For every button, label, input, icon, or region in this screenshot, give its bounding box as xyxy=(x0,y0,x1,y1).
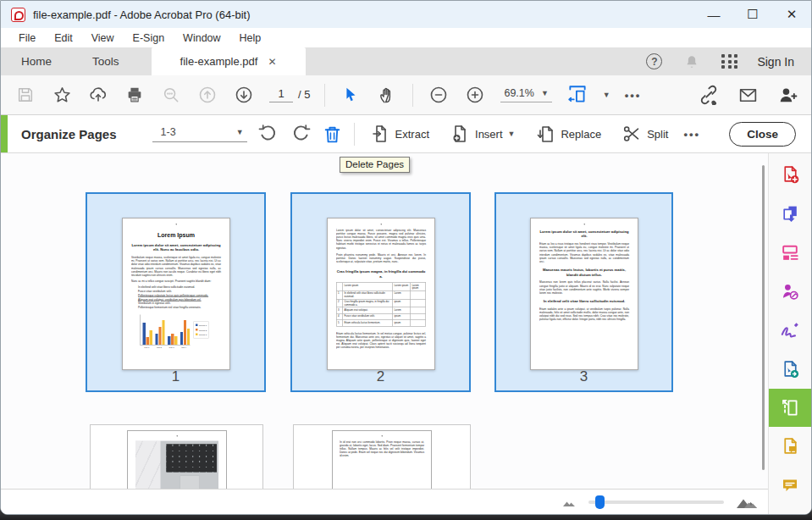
page-number-label: 3 xyxy=(496,368,671,385)
more-tools-chevron-icon[interactable]: ⌄ xyxy=(769,505,812,514)
rotate-left-icon[interactable] xyxy=(257,123,279,145)
minimize-button[interactable]: — xyxy=(694,1,733,28)
previous-page-icon[interactable] xyxy=(196,84,218,106)
split-label: Split xyxy=(647,128,668,141)
cloud-upload-icon[interactable] xyxy=(87,84,109,106)
send-for-comments-icon[interactable] xyxy=(769,427,812,466)
select-tool-icon[interactable] xyxy=(340,84,362,106)
tab-close-icon[interactable]: ✕ xyxy=(268,56,276,68)
create-pdf-icon[interactable] xyxy=(769,155,812,194)
save-icon[interactable] xyxy=(14,84,36,106)
large-thumbnails-icon[interactable] xyxy=(736,495,758,510)
page-thumbnail-2[interactable]: Lorem ipsum dolor sit amet, consectetuer… xyxy=(290,192,471,392)
screenshot-frame: file-example.pdf - Adobe Acrobat Pro (64… xyxy=(0,0,812,520)
print-icon[interactable] xyxy=(124,84,146,106)
tab-home[interactable]: Home xyxy=(1,47,72,75)
edit-pdf-icon[interactable] xyxy=(769,233,812,272)
vertical-scrollbar[interactable] xyxy=(762,165,765,470)
insert-button[interactable]: Insert ▼ xyxy=(445,124,520,144)
page-text: Maecenas mauris lectus, lobortis et puru… xyxy=(539,268,629,277)
combine-files-icon[interactable] xyxy=(769,194,812,233)
maximize-button[interactable]: ☐ xyxy=(733,1,772,28)
organize-title: Organize Pages xyxy=(21,127,117,141)
slider-handle[interactable] xyxy=(595,495,605,509)
zoom-in-icon[interactable] xyxy=(464,84,486,106)
email-icon[interactable] xyxy=(737,84,759,106)
close-window-button[interactable]: ✕ xyxy=(772,1,811,28)
toolbar-more-icon[interactable]: ••• xyxy=(625,89,642,102)
window-controls: — ☐ ✕ xyxy=(694,1,811,28)
page-text: In id erat non orci commodo lobortis. Pr… xyxy=(340,440,424,458)
titlebar: file-example.pdf - Adobe Acrobat Pro (64… xyxy=(1,1,811,28)
menu-bar: File Edit View E-Sign Window Help xyxy=(1,28,811,47)
organize-more-icon[interactable]: ••• xyxy=(683,128,700,141)
next-page-icon[interactable] xyxy=(233,84,255,106)
page-text: Etiam ac leo a risus tristique nec hendr… xyxy=(539,242,629,263)
menu-edit[interactable]: Edit xyxy=(45,32,82,44)
toolbar-right-group xyxy=(698,84,798,106)
chevron-down-icon[interactable]: ▼ xyxy=(603,91,610,99)
share-link-icon[interactable] xyxy=(698,84,720,106)
page-2-table: Lorem ipsumLorem ipsumLorem ipsum1In ele… xyxy=(336,282,426,326)
export-pdf-icon[interactable] xyxy=(769,350,812,389)
laptop-photo xyxy=(135,441,218,495)
close-organize-button[interactable]: Close xyxy=(729,122,796,147)
page-total-label: / 5 xyxy=(298,88,310,102)
tab-document[interactable]: file-example.pdf ✕ xyxy=(152,47,306,75)
page-text: Nunc ac mi a tellus congue suscipit. Pra… xyxy=(131,279,221,282)
insert-label: Insert xyxy=(475,128,503,141)
menu-view[interactable]: View xyxy=(82,32,124,44)
chevron-down-icon: ▼ xyxy=(236,128,244,136)
thumbnail-size-controls xyxy=(561,495,758,510)
tab-tools[interactable]: Tools xyxy=(72,47,140,75)
notifications-bell-icon[interactable] xyxy=(681,51,703,73)
help-icon[interactable]: ? xyxy=(646,53,662,69)
search-icon[interactable] xyxy=(160,84,182,106)
zoom-out-icon[interactable] xyxy=(428,84,450,106)
page-number-field: 1 / 5 xyxy=(269,87,310,102)
menu-help[interactable]: Help xyxy=(230,32,271,44)
sign-in-button[interactable]: Sign In xyxy=(757,55,794,69)
thumbnail-size-bar xyxy=(1,489,768,514)
page-number-label: 2 xyxy=(292,368,469,385)
small-thumbnails-icon[interactable] xyxy=(561,496,577,508)
organize-pages-icon[interactable] xyxy=(769,389,812,427)
tabbar-right: ? Sign In xyxy=(646,47,811,75)
replace-label: Replace xyxy=(561,128,601,141)
menu-esign[interactable]: E-Sign xyxy=(124,32,174,44)
replace-button[interactable]: Replace xyxy=(530,124,606,144)
menu-file[interactable]: File xyxy=(9,32,45,44)
hand-tool-icon[interactable] xyxy=(376,84,398,106)
page-number-input[interactable]: 1 xyxy=(269,87,293,102)
page-text: Lorem Ipsum xyxy=(131,232,221,239)
page-text: Lorem ipsum dolor sit amet, consectetuer… xyxy=(131,243,221,252)
rotate-right-icon[interactable] xyxy=(290,123,312,145)
share-with-people-icon[interactable] xyxy=(776,84,798,106)
fit-width-icon[interactable] xyxy=(566,84,588,106)
star-icon[interactable] xyxy=(51,84,73,106)
delete-pages-icon[interactable] xyxy=(322,123,344,145)
page-range-field[interactable]: 1-3 ▼ xyxy=(152,126,247,142)
fill-and-sign-icon[interactable] xyxy=(769,311,812,350)
thumbnail-grid: Delete Pages Lorem Ipsum Lorem ipsum dol… xyxy=(1,153,811,514)
request-e-signatures-icon[interactable] xyxy=(769,272,812,311)
tab-bar: Home Tools file-example.pdf ✕ ? Sign In xyxy=(1,47,811,75)
page-text: Vestibulum neque massa, scelerisque sit … xyxy=(131,256,221,277)
menu-window[interactable]: Window xyxy=(174,32,229,44)
acrobat-window: file-example.pdf - Adobe Acrobat Pro (64… xyxy=(0,0,812,515)
extract-button[interactable]: Extract xyxy=(365,124,434,144)
chevron-down-icon: ▼ xyxy=(541,89,549,97)
chevron-down-icon: ▼ xyxy=(508,130,516,138)
zoom-level-value: 69.1% xyxy=(504,87,533,99)
apps-grid-icon[interactable] xyxy=(721,54,738,69)
comments-icon[interactable] xyxy=(769,466,812,505)
zoom-level-field[interactable]: 69.1% ▼ xyxy=(500,87,551,102)
toolbar-divider xyxy=(412,84,413,107)
page-thumbnail-1[interactable]: Lorem Ipsum Lorem ipsum dolor sit amet, … xyxy=(86,192,266,392)
thumbnail-size-slider[interactable] xyxy=(588,501,724,504)
organize-divider xyxy=(354,123,355,146)
page-thumbnail-3[interactable]: Lorem ipsum dolor sit amet, consectetuer… xyxy=(494,192,673,392)
split-button[interactable]: Split xyxy=(616,124,673,144)
acrobat-app-icon xyxy=(11,8,25,22)
delete-pages-tooltip: Delete Pages xyxy=(340,157,410,173)
